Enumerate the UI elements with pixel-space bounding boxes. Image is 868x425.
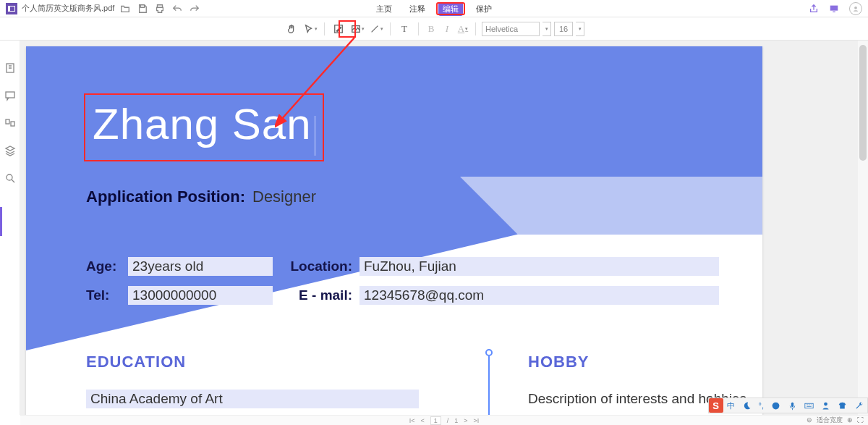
last-page-icon[interactable]: >I xyxy=(474,417,480,424)
separator xyxy=(390,22,391,35)
ime-toolbar: S 中 °, xyxy=(708,397,868,413)
education-heading: EDUCATION xyxy=(86,353,186,371)
zoom-in-icon[interactable]: ⊕ xyxy=(847,416,853,424)
search-icon[interactable] xyxy=(4,172,16,184)
svg-point-12 xyxy=(773,402,780,409)
share-icon[interactable] xyxy=(809,4,819,14)
timeline-line xyxy=(488,356,490,415)
hobby-heading: HOBBY xyxy=(528,353,589,371)
svg-rect-15 xyxy=(791,402,793,407)
bold-button[interactable]: B xyxy=(425,21,438,37)
title-bar: 个人简历英文版商务风.pdf 主页 注释 编辑 保护 xyxy=(0,0,868,17)
main-tabs: 主页 注释 编辑 保护 xyxy=(372,0,496,17)
attachments-icon[interactable] xyxy=(4,117,16,129)
redo-icon[interactable] xyxy=(190,4,200,14)
age-value[interactable]: 23years old xyxy=(128,257,273,276)
font-family-select[interactable] xyxy=(482,22,540,36)
print-icon[interactable] xyxy=(155,4,165,14)
separator xyxy=(475,22,476,35)
left-sidebar xyxy=(0,41,20,415)
ime-logo-icon[interactable]: S xyxy=(709,398,723,413)
edit-text-tool-icon[interactable] xyxy=(331,21,346,37)
layers-icon[interactable] xyxy=(4,145,16,156)
ime-tools-icon[interactable] xyxy=(851,401,867,411)
position-label: Application Position: xyxy=(86,188,245,206)
tab-protect[interactable]: 保护 xyxy=(472,2,496,16)
prev-page-icon[interactable]: < xyxy=(420,417,424,424)
present-icon[interactable] xyxy=(829,4,839,14)
svg-rect-7 xyxy=(11,122,14,126)
svg-point-14 xyxy=(776,404,777,405)
comments-icon[interactable] xyxy=(4,90,16,101)
ime-skin-icon[interactable] xyxy=(834,401,851,411)
location-label: Location: xyxy=(280,258,359,274)
tel-label: Tel: xyxy=(86,287,128,303)
svg-rect-0 xyxy=(830,6,838,11)
zoom-mode-label[interactable]: 适合宽度 xyxy=(817,416,843,425)
line-tool-icon[interactable]: ▾ xyxy=(368,21,384,37)
svg-point-13 xyxy=(774,404,775,405)
first-page-icon[interactable]: I< xyxy=(409,417,415,424)
zoom-status: ⊖ 适合宽度 ⊕ ⛶ xyxy=(807,415,864,425)
pdf-page[interactable]: Zhang San Application Position: Designer… xyxy=(26,46,762,415)
sidebar-active-indicator xyxy=(0,207,2,236)
ime-punct-icon[interactable]: °, xyxy=(755,401,767,410)
email-label: E - mail: xyxy=(280,287,359,303)
document-canvas[interactable]: Zhang San Application Position: Designer… xyxy=(20,41,868,415)
tab-home[interactable]: 主页 xyxy=(372,2,396,16)
fullscreen-icon[interactable]: ⛶ xyxy=(857,416,864,424)
open-folder-icon[interactable] xyxy=(120,4,130,14)
page-navigator: I< < 1 / 1 > >I xyxy=(20,415,868,425)
email-value[interactable]: 12345678@qq.com xyxy=(359,286,719,305)
svg-rect-16 xyxy=(805,403,813,408)
separator xyxy=(418,22,419,35)
scrollbar-thumb[interactable] xyxy=(859,45,867,161)
ime-user-icon[interactable] xyxy=(817,401,834,411)
ime-lang-toggle[interactable]: 中 xyxy=(723,400,739,411)
name-edit-highlight[interactable]: Zhang San xyxy=(84,93,324,161)
font-size-caret[interactable]: ▾ xyxy=(576,22,584,36)
font-color-button[interactable]: A▾ xyxy=(456,21,469,37)
document-filename: 个人简历英文版商务风.pdf xyxy=(22,3,114,14)
italic-button[interactable]: I xyxy=(441,21,454,37)
hand-tool-icon[interactable] xyxy=(284,21,299,37)
edit-toolbar: ▾ ▾ ▾ T B I A▾ ▾ ▾ xyxy=(0,17,868,41)
next-page-icon[interactable]: > xyxy=(464,417,467,424)
tel-value[interactable]: 13000000000 xyxy=(128,286,273,305)
select-tool-icon[interactable]: ▾ xyxy=(302,21,318,37)
font-size-select[interactable] xyxy=(554,22,573,36)
ime-moon-icon[interactable] xyxy=(739,401,755,411)
education-entry[interactable]: China Academy of Art xyxy=(86,390,419,408)
position-value[interactable]: Designer xyxy=(252,188,316,206)
font-family-caret[interactable]: ▾ xyxy=(542,22,551,36)
svg-rect-5 xyxy=(6,92,14,98)
text-cursor xyxy=(315,116,315,156)
edit-image-tool-icon[interactable]: ▾ xyxy=(349,21,365,37)
undo-icon[interactable] xyxy=(172,4,182,14)
thumbnails-icon[interactable] xyxy=(4,62,16,74)
app-logo-icon xyxy=(6,3,17,14)
user-avatar-icon[interactable] xyxy=(849,2,862,15)
vertical-scrollbar[interactable] xyxy=(858,41,868,415)
add-text-tool-icon[interactable]: T xyxy=(396,21,412,37)
location-value[interactable]: FuZhou, Fujian xyxy=(359,257,719,276)
ime-keyboard-icon[interactable] xyxy=(801,401,817,411)
zoom-out-icon[interactable]: ⊖ xyxy=(807,416,812,424)
page-total: 1 xyxy=(454,417,458,424)
svg-rect-6 xyxy=(6,119,9,124)
tab-edit[interactable]: 编辑 xyxy=(438,2,463,16)
timeline-dot xyxy=(485,349,493,356)
tab-annotate[interactable]: 注释 xyxy=(405,2,430,16)
save-icon[interactable] xyxy=(137,4,148,14)
page-current[interactable]: 1 xyxy=(430,416,441,425)
ime-emoji-icon[interactable] xyxy=(767,401,784,411)
svg-point-8 xyxy=(7,174,12,180)
resume-name[interactable]: Zhang San xyxy=(93,100,312,148)
separator xyxy=(324,22,325,35)
svg-point-17 xyxy=(824,402,827,405)
age-label: Age: xyxy=(86,258,128,274)
page-sep: / xyxy=(447,417,449,424)
ime-mic-icon[interactable] xyxy=(784,401,801,411)
position-row: Application Position: Designer xyxy=(86,187,719,207)
svg-point-1 xyxy=(854,7,857,9)
